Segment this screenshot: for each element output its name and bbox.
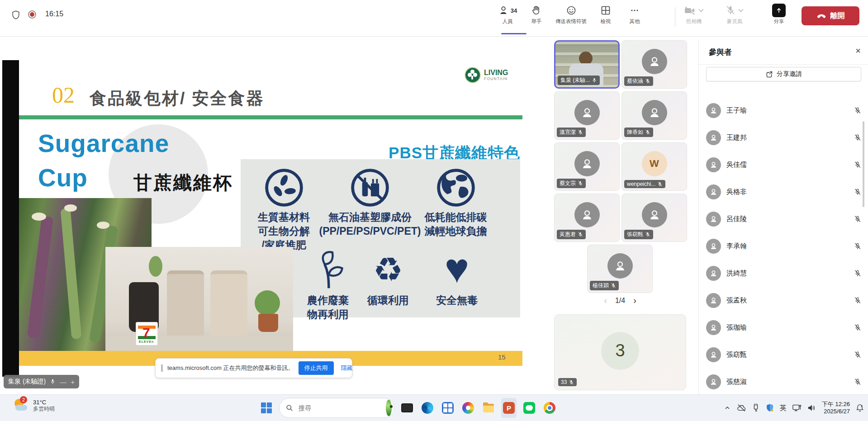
taskbar-search[interactable] [279,398,394,418]
line-app-button[interactable] [522,398,537,418]
prev-page-button[interactable]: ‹ [604,295,607,306]
raise-hand-icon [531,5,542,16]
share-invite-button[interactable]: 分享邀請 [706,67,861,81]
globe-icon [434,165,478,210]
usb-device-icon[interactable] [752,403,760,412]
participant-row[interactable]: 洪綺慧 [699,260,868,287]
task-view-button[interactable] [399,398,415,418]
camera-chevron-icon[interactable] [698,9,704,12]
mic-off-icon [854,297,861,304]
reactions-button[interactable]: 傳送表情符號 [555,5,587,25]
photos-app-button[interactable] [460,398,476,418]
camera-off-icon [684,5,696,16]
camera-button[interactable]: 照相機 [684,5,704,25]
video-tile[interactable]: 蔡文宗 [554,142,620,191]
participant-row[interactable]: 吳格非 [699,178,868,205]
weather-icon: 2 [14,398,29,413]
powerpoint-app-button[interactable]: P [501,398,517,418]
powerpoint-icon: P [503,402,515,414]
feature-crop-waste: 農作廢棄物再利用 [292,245,364,322]
start-button[interactable] [259,398,274,418]
pill-plus-button[interactable]: + [71,378,75,386]
video-tile[interactable]: 溫宜潔 [554,91,620,140]
more-button[interactable]: 其他 [625,5,645,25]
participant-row[interactable]: 張慈淑 [699,368,868,395]
raise-hand-button[interactable]: 舉手 [526,5,546,25]
avatar [642,49,667,74]
feature-low-carbon: 低耗能低排碳減輕地球負擔 [407,165,504,238]
microsoft365-app-button[interactable] [440,398,455,418]
meeting-toolbar: 16:15 34 人員 舉手 [0,0,868,37]
phone-hangup-icon [816,13,826,19]
phone-participant-tile[interactable]: 3 33 [554,314,686,390]
participant-name: 張窈甄 [726,350,849,359]
participant-row[interactable]: 李承翰 [699,232,868,260]
avatar [706,184,721,199]
tray-expand-icon[interactable] [724,404,731,412]
search-input [298,404,381,412]
view-button[interactable]: 檢視 [596,5,616,25]
speaker-icon[interactable] [807,404,816,412]
participant-name: 王建邦 [726,133,849,142]
search-daily-image[interactable] [386,400,392,416]
microphone-button[interactable]: 麥克風 [725,5,745,25]
participant-row[interactable]: 張珈瑜 [699,314,868,341]
smiley-icon [566,5,577,16]
edge-app-button[interactable] [420,398,435,418]
leave-button[interactable]: 離開 [802,6,859,25]
cast-display-icon[interactable] [792,403,802,412]
notification-bell-icon[interactable]: z [855,403,864,412]
video-tile[interactable]: 陳香如 [621,91,687,140]
stop-sharing-button[interactable]: 停止共用 [299,361,334,375]
bio-cycle-icon [262,165,306,210]
hide-banner-button[interactable]: 隱藏 [338,364,356,373]
share-button[interactable]: 分享 [769,5,789,25]
video-tile[interactable]: 蔡依涵 [621,40,687,89]
slide-green-divider [19,115,522,119]
video-tile[interactable]: 張窈甄 [621,194,687,242]
plant-icon [308,245,348,293]
pill-minus-button[interactable]: — [60,378,66,386]
participant-video-grid: 集泉 (未驗... 蔡依涵 溫宜潔 陳香如 蔡文宗 W w [554,38,686,396]
taskbar-weather-widget[interactable]: 2 31°C 多雲時晴 [14,398,55,413]
avatar [706,320,721,335]
svg-text:z: z [861,404,863,407]
input-language-indicator[interactable]: 英 [780,404,787,412]
video-tile[interactable]: 楊佳穎 [587,245,653,293]
video-tile[interactable]: W wenpeichi... [621,142,687,191]
self-mic-on-icon[interactable] [50,378,56,385]
video-tile[interactable]: 黃惠君 [554,194,620,242]
mic-off-icon [854,242,861,250]
file-explorer-button[interactable] [481,398,496,418]
participant-row[interactable]: 張窈甄 [699,341,868,368]
onedrive-paused-icon[interactable] [736,404,746,412]
participant-row[interactable]: 呂佳陵 [699,205,868,232]
windows-security-icon[interactable] [765,403,774,412]
self-video-pill: 集泉 (未驗證) — + [4,375,79,388]
file-explorer-icon [483,402,494,414]
participant-row[interactable]: 王子瑜 [699,97,868,124]
taskbar-clock[interactable]: 下午 12:26 2025/6/27 [822,401,850,415]
share-invite-icon [765,71,773,78]
people-button[interactable]: 34 人員 [498,5,517,25]
participant-name: 張珈瑜 [726,323,849,332]
mic-off-icon [854,324,861,331]
share-screen-icon [772,4,786,17]
slide-left-black-bar [2,60,19,377]
mic-chevron-icon[interactable] [738,9,744,12]
participant-row[interactable]: 王建邦 [699,124,868,151]
panel-scrollbar[interactable] [863,121,864,207]
recycle-icon: ♻ [373,251,403,289]
phone-avatar: 3 [601,332,639,370]
next-page-button[interactable]: › [633,295,636,306]
participant-row[interactable]: 張孟秋 [699,287,868,314]
participant-row[interactable]: 吳佳儒 [699,151,868,178]
more-dots-icon [629,5,640,16]
meeting-elapsed-time: 16:15 [45,10,63,18]
people-count: 34 [511,7,517,14]
participants-list: 王子瑜 王建邦 吳佳儒 吳格非 呂佳陵 [699,97,868,395]
banner-drag-handle[interactable] [161,364,163,372]
close-panel-button[interactable]: × [851,43,865,58]
chrome-app-button[interactable] [542,398,557,418]
video-tile-active-speaker[interactable]: 集泉 (未驗... [554,40,620,89]
